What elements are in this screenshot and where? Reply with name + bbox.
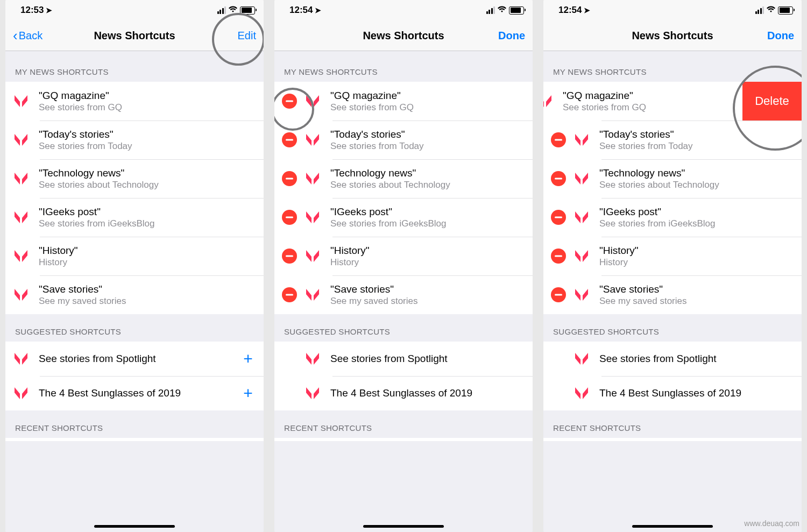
list-item[interactable]: "Technology news"See stories about Techn… [543,159,802,198]
news-icon [574,385,590,401]
row-subtitle: See stories from iGeeksBlog [330,218,525,229]
list-item[interactable]: "Save stories"See my saved stories [5,275,264,314]
news-icon [543,93,553,109]
list-item[interactable]: "Today's stories"See stories from Today [543,120,802,159]
battery-icon [778,6,793,15]
list-item[interactable]: "Save stories"See my saved stories [274,275,533,314]
section-header-my: MY NEWS SHORTCUTS [543,51,802,82]
my-shortcuts-list-editing: "GQ magazine"See stories from GQ Delete … [543,82,802,314]
list-item[interactable]: "Save stories"See my saved stories [543,275,802,314]
list-item[interactable]: "IGeeks post"See stories from iGeeksBlog [543,198,802,237]
list-item[interactable]: "Technology news"See stories about Techn… [274,159,533,198]
wifi-icon [766,5,776,15]
row-title: "Technology news" [330,167,525,180]
row-title: "Technology news" [39,167,256,180]
news-icon [305,385,321,401]
section-header-suggested: SUGGESTED SHORTCUTS [543,314,802,342]
list-item[interactable]: The 4 Best Sunglasses of 2019 [543,376,802,410]
row-subtitle: See my saved stories [599,295,794,307]
row-title: The 4 Best Sunglasses of 2019 [39,387,240,400]
back-button[interactable]: ‹ Back [13,27,56,44]
list-item[interactable]: See stories from Spotlight + [5,342,264,376]
row-title: The 4 Best Sunglasses of 2019 [330,387,525,400]
nav-bar: ‹ Back News Shortcuts Edit [5,20,264,51]
section-header-my: MY NEWS SHORTCUTS [274,51,533,82]
section-header-recent: RECENT SHORTCUTS [5,410,264,438]
row-title: "History" [39,244,256,257]
row-title: The 4 Best Sunglasses of 2019 [599,387,794,400]
list-item[interactable]: "GQ magazine"See stories from GQ [274,82,533,120]
row-subtitle: See stories from Today [39,140,256,152]
section-header-suggested: SUGGESTED SHORTCUTS [274,314,533,342]
remove-button[interactable] [282,94,297,109]
row-title: "Today's stories" [330,128,525,141]
location-icon: ➤ [584,6,590,15]
list-item[interactable]: See stories from Spotlight [274,342,533,376]
row-subtitle: History [39,257,256,268]
row-title: "GQ magazine" [39,89,256,102]
remove-button[interactable] [282,287,297,302]
list-item[interactable]: "IGeeks post"See stories from iGeeksBlog [274,198,533,237]
my-shortcuts-list: "GQ magazine"See stories from GQ "Today'… [5,82,264,314]
section-header-suggested: SUGGESTED SHORTCUTS [5,314,264,342]
home-indicator[interactable] [363,525,444,528]
suggested-list: See stories from Spotlight The 4 Best Su… [274,342,533,410]
list-item[interactable]: See stories from Spotlight [543,342,802,376]
row-subtitle: History [330,257,525,268]
list-item[interactable]: "IGeeks post"See stories from iGeeksBlog [5,198,264,237]
row-subtitle: See stories from Today [599,140,794,152]
news-icon [574,351,590,367]
remove-button[interactable] [282,249,297,264]
home-indicator[interactable] [94,525,175,528]
add-button[interactable]: + [240,384,256,402]
news-icon [13,171,29,187]
row-title: "IGeeks post" [39,205,256,218]
list-item[interactable]: "Today's stories"See stories from Today [274,120,533,159]
row-subtitle: See stories from GQ [39,102,256,113]
status-bar: 12:53 ➤ [5,0,264,20]
remove-button[interactable] [282,132,297,147]
news-icon [13,93,29,109]
list-item[interactable]: "GQ magazine"See stories from GQ [5,82,264,120]
edit-button[interactable]: Edit [224,30,256,42]
nav-bar: News Shortcuts Done [543,20,802,51]
remove-button[interactable] [551,132,566,147]
section-header-my: MY NEWS SHORTCUTS [5,51,264,82]
location-icon: ➤ [315,6,321,15]
list-item[interactable]: "Today's stories"See stories from Today [5,120,264,159]
remove-button[interactable] [551,287,566,302]
list-item-swiped[interactable]: "GQ magazine"See stories from GQ Delete [543,82,802,120]
list-item[interactable]: The 4 Best Sunglasses of 2019 [274,376,533,410]
wifi-icon [228,5,238,15]
list-item[interactable]: "Technology news"See stories about Techn… [5,159,264,198]
list-item[interactable]: "History"History [5,237,264,275]
list-item[interactable]: "History"History [274,237,533,275]
news-icon [574,209,590,225]
my-shortcuts-list-editing: "GQ magazine"See stories from GQ "Today'… [274,82,533,314]
back-label: Back [19,30,43,42]
done-button[interactable]: Done [493,30,525,42]
home-indicator[interactable] [632,525,713,528]
delete-button[interactable]: Delete [742,82,802,120]
row-subtitle: See stories about Technology [599,179,794,190]
row-title: See stories from Spotlight [330,352,525,365]
recent-list [274,438,533,441]
remove-button[interactable] [282,171,297,186]
remove-button[interactable] [282,210,297,225]
row-subtitle: See my saved stories [39,295,256,307]
done-button[interactable]: Done [762,30,794,42]
list-item[interactable]: "History"History [543,237,802,275]
news-icon [574,132,590,148]
add-button[interactable]: + [240,350,256,368]
location-icon: ➤ [46,6,52,15]
news-icon [305,351,321,367]
remove-button[interactable] [551,210,566,225]
row-title: "Save stories" [599,283,794,296]
row-subtitle: See stories from Today [330,140,525,152]
news-icon [13,132,29,148]
watermark: www.deuaq.com [744,519,799,528]
list-item[interactable]: The 4 Best Sunglasses of 2019 + [5,376,264,410]
news-icon [13,248,29,264]
remove-button[interactable] [551,249,566,264]
remove-button[interactable] [551,171,566,186]
